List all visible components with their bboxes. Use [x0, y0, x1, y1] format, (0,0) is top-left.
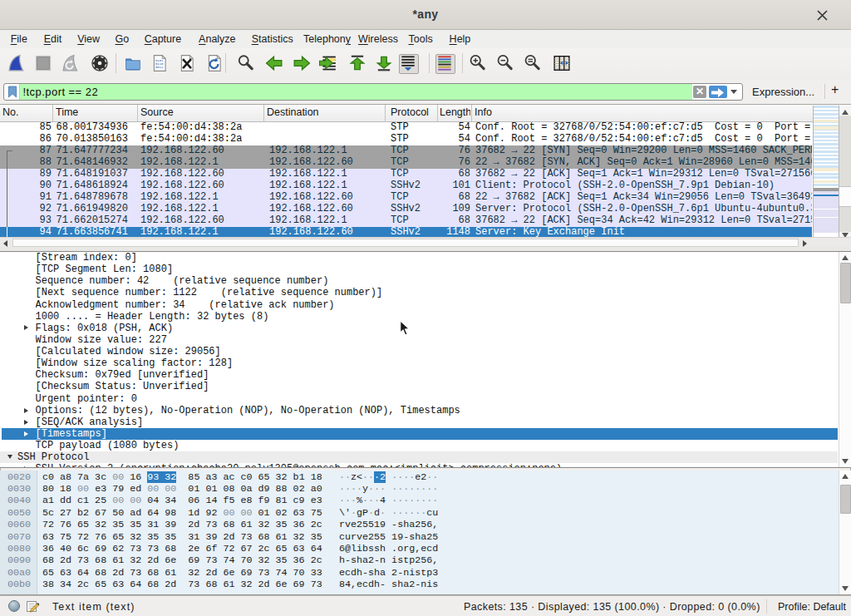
svg-text:0011: 0011 [155, 66, 163, 69]
